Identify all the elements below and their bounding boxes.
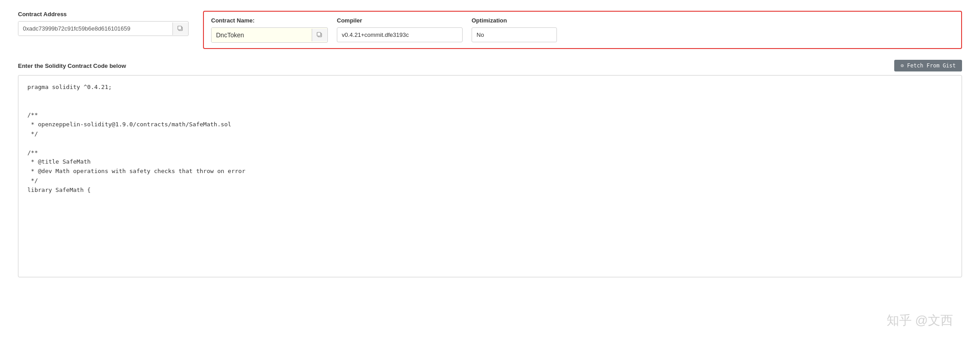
- svg-rect-3: [317, 32, 321, 36]
- contract-address-input[interactable]: [18, 22, 172, 36]
- compiler-input[interactable]: [337, 27, 463, 42]
- contract-address-input-wrap: [18, 21, 189, 36]
- contract-address-group: Contract Address: [18, 11, 189, 36]
- contract-address-copy-icon[interactable]: [172, 22, 188, 35]
- optimization-input[interactable]: [472, 27, 557, 42]
- code-section-header: Enter the Solidity Contract Code below ⊙…: [18, 60, 962, 71]
- code-section-label: Enter the Solidity Contract Code below: [18, 62, 126, 69]
- contract-name-input-wrap: [211, 27, 328, 43]
- top-section: Contract Address Contract Name:: [18, 11, 962, 49]
- code-section: Enter the Solidity Contract Code below ⊙…: [18, 60, 962, 277]
- fetch-from-gist-button[interactable]: ⊙ Fetch From Gist: [894, 60, 962, 71]
- optimization-label: Optimization: [472, 17, 557, 24]
- compiler-label: Compiler: [337, 17, 463, 24]
- contract-address-label: Contract Address: [18, 11, 189, 18]
- code-editor[interactable]: pragma solidity ^0.4.21; /** * openzeppe…: [18, 75, 962, 277]
- svg-rect-1: [178, 26, 181, 30]
- contract-name-copy-icon[interactable]: [312, 29, 327, 41]
- contract-name-input[interactable]: [212, 28, 312, 42]
- compiler-group: Compiler: [337, 17, 463, 42]
- optimization-group: Optimization: [472, 17, 557, 42]
- contract-name-group: Contract Name:: [211, 17, 328, 43]
- contract-name-label: Contract Name:: [211, 17, 328, 24]
- highlighted-group: Contract Name: Compiler: [203, 11, 962, 49]
- page-container: Contract Address Contract Name:: [0, 0, 980, 288]
